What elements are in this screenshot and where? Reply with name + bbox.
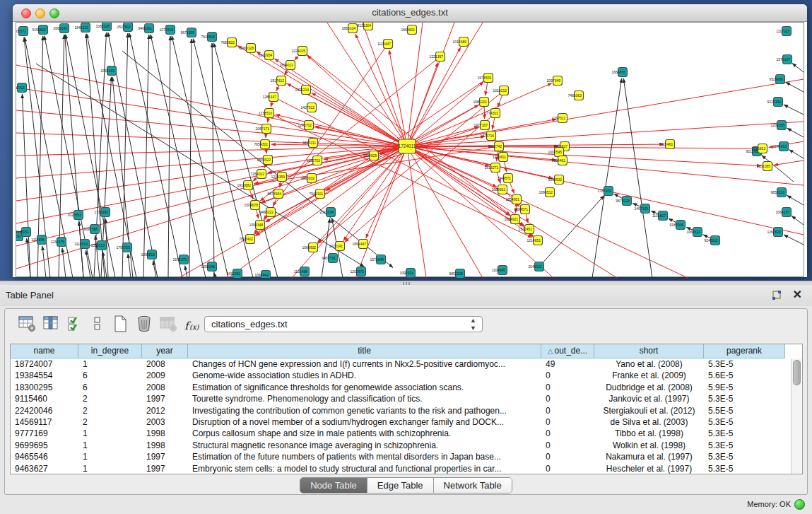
tab-network-table[interactable]: Network Table	[434, 478, 512, 493]
graph-node[interactable]: 9245012	[705, 236, 720, 245]
graph-node[interactable]: 2224025	[292, 47, 307, 56]
row-height-icon[interactable]	[88, 315, 108, 334]
graph-node[interactable]: 1654921	[505, 215, 520, 224]
citation-edge-black[interactable]	[623, 78, 652, 278]
graph-node[interactable]: 2020653	[68, 211, 83, 220]
citation-edge-black[interactable]	[789, 150, 804, 158]
graph-node[interactable]: 1691447	[353, 240, 368, 249]
citation-edge-black[interactable]	[128, 254, 131, 278]
graph-node[interactable]: 1846210	[75, 23, 90, 33]
graph-node[interactable]: 3867211	[302, 139, 318, 148]
graph-node[interactable]: 1517612	[271, 76, 286, 86]
network-view-window[interactable]: citations_edges.txt 14055719155602206914…	[13, 4, 807, 277]
graph-node[interactable]: 9432062	[227, 269, 242, 279]
graph-node[interactable]: 1238510	[259, 109, 274, 118]
graph-node[interactable]: 9960128	[240, 44, 256, 53]
citation-edge-red[interactable]	[407, 146, 483, 278]
graph-node[interactable]: 1974509	[478, 74, 493, 83]
graph-node[interactable]: 9529966	[770, 75, 785, 84]
graph-node[interactable]: 2053103	[101, 66, 117, 76]
graph-node[interactable]: 1694571	[514, 205, 530, 214]
graph-node[interactable]: 2067173	[256, 124, 271, 134]
graph-node[interactable]: 1095810	[141, 250, 157, 259]
graph-node[interactable]: 1863104	[342, 24, 358, 33]
citation-edge-red[interactable]	[261, 125, 485, 203]
citation-edge-black[interactable]	[22, 94, 30, 278]
graph-node[interactable]: 1527602	[117, 23, 133, 32]
table-mode-icon[interactable]	[18, 315, 37, 334]
citation-edge-black[interactable]	[122, 33, 128, 278]
graph-node[interactable]: 9498222	[260, 208, 276, 217]
graph-node[interactable]: 1051085	[757, 162, 772, 171]
citation-edge-red[interactable]	[407, 79, 804, 146]
graph-node[interactable]: 7615526	[201, 33, 217, 42]
citation-edge-red[interactable]	[407, 146, 497, 187]
graph-node[interactable]: 1262620	[767, 228, 783, 237]
graph-node[interactable]: 1131458	[294, 267, 310, 276]
graph-node[interactable]: 1214851	[527, 236, 543, 245]
table-row[interactable]: 1938455462009Genome-wide association stu…	[11, 370, 785, 381]
graph-node[interactable]: 9679223	[616, 197, 632, 206]
table-row[interactable]: 2242004622012Investigating the contribut…	[11, 405, 785, 416]
network-canvas[interactable]: 1405571915560220691401846210106532815276…	[16, 22, 804, 277]
graph-node[interactable]: 1664601	[401, 25, 417, 35]
citation-edge-black[interactable]	[42, 246, 46, 278]
graph-node[interactable]: 7254022	[251, 170, 266, 179]
graph-node[interactable]: 1427512	[301, 103, 317, 112]
graph-node[interactable]: 1023141	[329, 242, 345, 251]
graph-node[interactable]: 9817311	[16, 83, 27, 93]
graph-node[interactable]: 2069140	[54, 24, 69, 33]
citation-edge-black[interactable]	[193, 39, 253, 278]
tab-node-table[interactable]: Node Table	[300, 478, 367, 493]
graph-node[interactable]: 1104840	[492, 266, 507, 275]
column-header-out_de[interactable]: △out_de...	[541, 344, 594, 358]
graph-node[interactable]: 1504678	[245, 201, 260, 210]
close-panel-icon[interactable]: ✕	[793, 288, 802, 301]
show-columns-icon[interactable]	[42, 315, 61, 334]
graph-node[interactable]: 1071915	[160, 25, 175, 35]
new-table-icon[interactable]	[111, 315, 131, 334]
graph-node[interactable]: 1016212	[493, 86, 509, 95]
column-header-in_degree[interactable]: in_degree	[78, 344, 142, 358]
table-row[interactable]: 1830029562008Estimation of significance …	[11, 382, 785, 393]
column-header-short[interactable]: short	[594, 344, 704, 358]
table-row[interactable]: 969969511998Structural magnetic resonanc…	[11, 440, 785, 451]
citation-edge-red[interactable]	[407, 146, 804, 185]
citation-edge-red[interactable]	[407, 83, 552, 146]
graph-node[interactable]: 1065328	[96, 23, 112, 31]
graph-node[interactable]: 1099512	[539, 188, 555, 197]
graph-node[interactable]: 1064942	[255, 271, 271, 279]
citation-edge-black[interactable]	[62, 248, 66, 278]
column-header-pagerank[interactable]: pagerank	[704, 344, 785, 358]
graph-node[interactable]: 1092914	[400, 269, 416, 278]
graph-node[interactable]: 9115460	[659, 140, 675, 149]
graph-node[interactable]: 1571648	[370, 255, 386, 264]
citation-edge-black[interactable]	[592, 78, 622, 278]
table-vertical-scrollbar[interactable]	[791, 358, 801, 474]
citation-edge-red[interactable]	[407, 82, 483, 146]
citation-edge-red[interactable]	[407, 146, 617, 278]
table-row[interactable]: 1456911722003Disruption of a novel membe…	[11, 416, 785, 428]
table-row[interactable]: 946362711997Embryonic stem cells: a mode…	[11, 463, 785, 474]
graph-node[interactable]: 9671355	[181, 28, 196, 37]
graph-node[interactable]: 9853202	[301, 174, 317, 183]
citation-edge-black[interactable]	[786, 82, 804, 92]
citation-edge-red[interactable]	[276, 115, 407, 146]
graph-node[interactable]: 1981201	[473, 98, 489, 107]
citation-edge-red[interactable]	[774, 160, 804, 165]
column-header-title[interactable]: title	[188, 344, 541, 358]
graph-node[interactable]: 1830022	[257, 156, 273, 165]
graph-node[interactable]: 1010742	[488, 142, 504, 151]
citation-edge-black[interactable]	[787, 128, 804, 137]
graph-node[interactable]: 9852208	[449, 269, 465, 279]
citation-edge-black[interactable]	[143, 35, 149, 278]
graph-node[interactable]: 9457791	[322, 254, 338, 263]
citation-edge-red[interactable]	[407, 146, 553, 278]
graph-node[interactable]: 1235359	[271, 173, 287, 182]
graph-node[interactable]: 1350513	[91, 241, 107, 250]
graph-node[interactable]: 1244413	[773, 142, 789, 151]
table-row[interactable]: 977716911998Corpus callosum shape and si…	[11, 428, 785, 439]
graph-node[interactable]: 1069932	[302, 243, 318, 252]
graph-node[interactable]: 1245702	[298, 121, 314, 130]
graph-node[interactable]: 1064237	[776, 208, 792, 217]
